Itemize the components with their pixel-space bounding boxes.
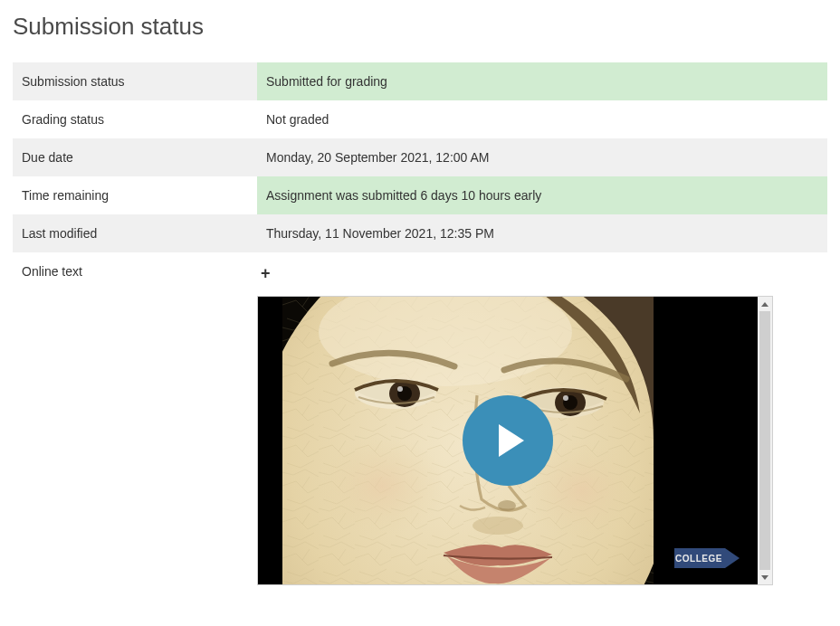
value-online-text: + <box>257 252 827 585</box>
chevron-down-icon <box>761 575 768 580</box>
scroll-up-button[interactable] <box>758 297 772 311</box>
submission-status-table: Submission status Submitted for grading … <box>13 62 827 585</box>
row-grading-status: Grading status Not graded <box>13 100 827 138</box>
svg-point-8 <box>397 386 403 392</box>
chevron-up-icon <box>761 302 768 307</box>
video-frame: COLLEGE <box>258 297 758 584</box>
play-icon <box>499 424 524 457</box>
value-last-modified: Thursday, 11 November 2021, 12:35 PM <box>257 214 827 252</box>
row-last-modified: Last modified Thursday, 11 November 2021… <box>13 214 827 252</box>
label-last-modified: Last modified <box>13 214 257 252</box>
label-online-text: Online text <box>13 252 257 585</box>
video-scrollbar[interactable] <box>758 297 772 584</box>
expand-icon[interactable]: + <box>261 264 271 283</box>
svg-point-14 <box>319 436 445 536</box>
video-embed: COLLEGE <box>257 296 773 585</box>
value-time-remaining: Assignment was submitted 6 days 10 hours… <box>257 176 827 214</box>
svg-point-16 <box>472 517 523 535</box>
scroll-track[interactable] <box>758 311 772 570</box>
svg-point-13 <box>498 500 516 511</box>
page-title: Submission status <box>13 13 827 41</box>
row-submission-status: Submission status Submitted for grading <box>13 62 827 100</box>
scroll-thumb[interactable] <box>759 311 770 570</box>
value-due-date: Monday, 20 September 2021, 12:00 AM <box>257 138 827 176</box>
value-submission-status: Submitted for grading <box>257 62 827 100</box>
play-button[interactable] <box>463 395 553 486</box>
row-time-remaining: Time remaining Assignment was submitted … <box>13 176 827 214</box>
row-due-date: Due date Monday, 20 September 2021, 12:0… <box>13 138 827 176</box>
label-time-remaining: Time remaining <box>13 176 257 214</box>
svg-point-12 <box>563 395 568 401</box>
badge-text: COLLEGE <box>675 554 722 564</box>
label-grading-status: Grading status <box>13 100 257 138</box>
label-due-date: Due date <box>13 138 257 176</box>
college-badge: COLLEGE <box>674 545 741 572</box>
label-submission-status: Submission status <box>13 62 257 100</box>
scroll-down-button[interactable] <box>758 570 772 584</box>
row-online-text: Online text + <box>13 252 827 585</box>
value-grading-status: Not graded <box>257 100 827 138</box>
